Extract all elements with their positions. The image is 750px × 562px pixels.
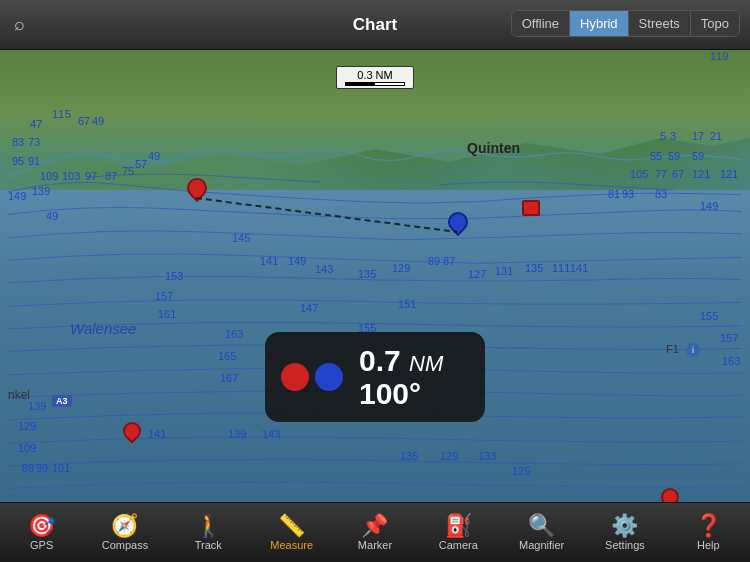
magnifier-icon: 🔍 bbox=[528, 515, 555, 537]
depth-num: 139 bbox=[228, 428, 246, 440]
help-icon: ❓ bbox=[695, 515, 722, 537]
measure-label: Measure bbox=[270, 539, 313, 551]
depth-num: 119 bbox=[710, 50, 728, 62]
depth-num: 127 bbox=[468, 268, 486, 280]
depth-num: 17 bbox=[692, 130, 704, 142]
help-label: Help bbox=[697, 539, 720, 551]
depth-num: 67 bbox=[672, 168, 684, 180]
info-icon[interactable]: i bbox=[686, 343, 700, 357]
depth-num: 143 bbox=[315, 263, 333, 275]
depth-num: 141 bbox=[260, 255, 278, 267]
depth-num: 5 bbox=[660, 130, 666, 142]
depth-num: 109 bbox=[40, 170, 58, 182]
depth-num: 125 bbox=[512, 465, 530, 477]
depth-num: 133 bbox=[478, 450, 496, 462]
depth-num: 87 bbox=[443, 255, 455, 267]
depth-num: 3 bbox=[670, 130, 676, 142]
red-pin-1[interactable] bbox=[186, 178, 206, 206]
depth-num: 103 bbox=[62, 170, 80, 182]
depth-num: 93 bbox=[622, 188, 634, 200]
depth-num: 5 bbox=[65, 108, 71, 120]
depth-num: 135 bbox=[525, 262, 543, 274]
scale-value: 0.3 NM bbox=[357, 69, 392, 81]
blue-pin-1[interactable] bbox=[447, 212, 467, 240]
depth-num: 163 bbox=[722, 355, 740, 367]
red-pin-3[interactable] bbox=[660, 488, 680, 502]
map-area[interactable]: 0.3 NM Quinten Walensee 47 11 5 67 49 83… bbox=[0, 50, 750, 502]
depth-num: 139 bbox=[32, 185, 50, 197]
toolbar-camera[interactable]: ⛽ Camera bbox=[417, 503, 500, 562]
depth-num: 157 bbox=[720, 332, 738, 344]
map-type-topo[interactable]: Topo bbox=[691, 11, 739, 36]
settings-label: Settings bbox=[605, 539, 645, 551]
depth-num: 75 bbox=[122, 165, 134, 177]
toolbar-marker[interactable]: 📌 Marker bbox=[333, 503, 416, 562]
depth-num: 49 bbox=[148, 150, 160, 162]
depth-num: 11 bbox=[52, 108, 64, 120]
toolbar-compass[interactable]: 🧭 Compass bbox=[83, 503, 166, 562]
map-type-hybrid[interactable]: Hybrid bbox=[570, 11, 629, 36]
depth-47: 47 bbox=[30, 118, 42, 130]
red-dot bbox=[281, 363, 309, 391]
a3-road-sign: A3 bbox=[52, 395, 72, 407]
red-buoy-marker[interactable] bbox=[522, 200, 540, 216]
depth-num: 141 bbox=[570, 262, 588, 274]
map-type-streets[interactable]: Streets bbox=[629, 11, 691, 36]
map-type-offline[interactable]: Offline bbox=[512, 11, 570, 36]
measure-icon: 📏 bbox=[278, 515, 305, 537]
pin-dots bbox=[281, 363, 343, 391]
depth-num: 99 bbox=[36, 462, 48, 474]
depth-num: 147 bbox=[300, 302, 318, 314]
track-icon: 🚶 bbox=[195, 515, 222, 537]
map-type-buttons: Offline Hybrid Streets Topo bbox=[511, 10, 740, 37]
marker-label: Marker bbox=[358, 539, 392, 551]
search-icon[interactable]: ⌕ bbox=[14, 14, 25, 35]
depth-num: 131 bbox=[495, 265, 513, 277]
depth-num: 97 bbox=[85, 170, 97, 182]
distance-value: 0.7 NM bbox=[359, 344, 443, 377]
depth-num: 89 bbox=[428, 255, 440, 267]
camera-icon: ⛽ bbox=[445, 515, 472, 537]
depth-num: 161 bbox=[158, 308, 176, 320]
toolbar-track[interactable]: 🚶 Track bbox=[167, 503, 250, 562]
compass-icon: 🧭 bbox=[111, 515, 138, 537]
depth-num: 121 bbox=[720, 168, 738, 180]
depth-num: 135 bbox=[358, 268, 376, 280]
depth-num: 167 bbox=[220, 372, 238, 384]
track-label: Track bbox=[195, 539, 222, 551]
depth-num: 141 bbox=[148, 428, 166, 440]
bearing-value: 100° bbox=[359, 377, 443, 410]
scale-line bbox=[345, 82, 405, 86]
depth-num: 149 bbox=[288, 255, 306, 267]
depth-num: 151 bbox=[398, 298, 416, 310]
depth-num: 49 bbox=[46, 210, 58, 222]
page-title: Chart bbox=[353, 15, 397, 35]
f1-text: F1 bbox=[666, 343, 679, 355]
depth-num: 155 bbox=[700, 310, 718, 322]
depth-num: 129 bbox=[392, 262, 410, 274]
scale-bar: 0.3 NM bbox=[336, 66, 414, 89]
depth-num: 165 bbox=[218, 350, 236, 362]
depth-num: 109 bbox=[18, 442, 36, 454]
depth-num: 129 bbox=[440, 450, 458, 462]
distance-number: 0.7 bbox=[359, 344, 401, 377]
depth-num: 89 bbox=[22, 462, 34, 474]
depth-num: 111 bbox=[552, 262, 570, 274]
depth-num: 59 bbox=[692, 150, 704, 162]
marker-icon: 📌 bbox=[361, 515, 388, 537]
depth-num: 57 bbox=[135, 158, 147, 170]
depth-num: 145 bbox=[232, 232, 250, 244]
depth-num: 55 bbox=[650, 150, 662, 162]
app: ⌕ Chart Offline Hybrid Streets Topo bbox=[0, 0, 750, 562]
toolbar-measure[interactable]: 📏 Measure bbox=[250, 503, 333, 562]
toolbar-settings[interactable]: ⚙️ Settings bbox=[583, 503, 666, 562]
toolbar-help[interactable]: ❓ Help bbox=[667, 503, 750, 562]
depth-num: 87 bbox=[105, 170, 117, 182]
depth-num: 143 bbox=[262, 428, 280, 440]
f1-label: F1 i bbox=[666, 343, 700, 357]
gps-icon: 🎯 bbox=[28, 515, 55, 537]
toolbar-gps[interactable]: 🎯 GPS bbox=[0, 503, 83, 562]
toolbar-magnifier[interactable]: 🔍 Magnifier bbox=[500, 503, 583, 562]
red-pin-2[interactable] bbox=[122, 422, 142, 450]
depth-num: 83 bbox=[12, 136, 24, 148]
